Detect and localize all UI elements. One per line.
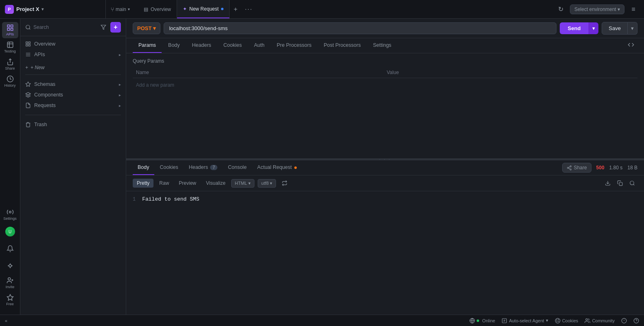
feedback-button[interactable] — [621, 318, 627, 324]
req-tab-settings[interactable]: Settings — [367, 38, 397, 53]
query-params-label: Query Params — [133, 58, 637, 64]
response-size: 18 B — [627, 165, 637, 171]
res-tab-console[interactable]: Console — [223, 160, 252, 175]
sidebar-apis[interactable]: APIs ▸ — [20, 49, 126, 60]
icon-bar-bottom: Settings U Invite Free — [2, 206, 18, 311]
req-tab-headers[interactable]: Headers — [186, 38, 217, 53]
svg-rect-16 — [28, 42, 30, 44]
status-code: 500 — [596, 165, 605, 171]
sidebar-item-gear[interactable] — [2, 258, 18, 274]
project-name-area[interactable]: P Project X ▾ — [0, 0, 106, 18]
sidebar-item-free[interactable]: Free — [2, 292, 18, 308]
sidebar-item-notifications[interactable] — [2, 241, 18, 257]
send-button[interactable]: Send — [560, 22, 589, 34]
help-button[interactable] — [633, 318, 639, 324]
requests-icon — [25, 103, 31, 108]
res-tab-headers[interactable]: Headers 7 — [184, 160, 222, 175]
save-button[interactable]: Save — [602, 22, 628, 35]
tab-overview-label: Overview — [151, 7, 171, 12]
req-tab-post-processors[interactable]: Post Processors — [318, 38, 366, 53]
add-param-row[interactable]: Add a new param — [133, 78, 637, 92]
req-tab-cookies[interactable]: Cookies — [218, 38, 248, 53]
online-status[interactable]: Online — [469, 318, 495, 324]
bell-icon — [7, 245, 14, 252]
url-bar: POST ▾ Send ▾ Save ▾ — [126, 19, 644, 38]
collapse-left-button[interactable]: « — [5, 318, 7, 323]
new-item-button[interactable]: + + New — [20, 62, 126, 73]
share-button[interactable]: Share — [562, 163, 591, 173]
tab-more-button[interactable]: ··· — [241, 6, 256, 13]
agent-selector[interactable]: Auto-select Agent ▾ — [502, 318, 548, 324]
sidebar-components[interactable]: Components ▸ — [20, 90, 126, 100]
tab-add-button[interactable]: + — [230, 6, 241, 13]
res-tab-body[interactable]: Body — [133, 160, 154, 175]
branch-selector[interactable]: ⑂ main ▾ — [106, 6, 135, 13]
sidebar-item-testing[interactable]: Testing — [2, 39, 18, 55]
svg-line-13 — [29, 28, 31, 30]
tab-overview[interactable]: ▤ Overview — [138, 0, 177, 18]
res-tab-actual-request[interactable]: Actual Request — [252, 160, 302, 175]
sidebar-item-invite[interactable]: Invite — [2, 275, 18, 291]
wrap-toggle[interactable] — [279, 178, 290, 188]
sidebar-item-settings[interactable]: Settings — [2, 206, 18, 223]
method-label: POST — [137, 25, 151, 31]
collapse-icon: « — [5, 318, 7, 323]
apis-arrow: ▸ — [119, 53, 121, 57]
params-table: Name Value Add a new param — [133, 67, 637, 92]
query-params-area: Query Params Name Value Add a new param — [126, 53, 644, 158]
svg-rect-2 — [7, 28, 9, 31]
svg-point-26 — [630, 181, 634, 185]
response-line-1: 1 Failed to send SMS — [133, 196, 637, 202]
req-tab-auth[interactable]: Auth — [248, 38, 270, 53]
tab-new-request[interactable]: ✦ New Request — [177, 0, 230, 18]
format-tab-pretty[interactable]: Pretty — [133, 179, 153, 188]
hamburger-button[interactable]: ≡ — [628, 4, 639, 15]
send-btn-group: Send ▾ — [560, 22, 599, 34]
download-button[interactable] — [602, 178, 613, 188]
method-arrow: ▾ — [153, 25, 156, 31]
req-tab-pre-processors[interactable]: Pre Processors — [271, 38, 317, 53]
svg-point-6 — [9, 211, 11, 213]
cookies-status[interactable]: Cookies — [555, 318, 578, 324]
send-dropdown-button[interactable]: ▾ — [589, 22, 598, 34]
svg-point-8 — [8, 278, 10, 280]
copy-button[interactable] — [615, 178, 625, 188]
filter-button[interactable] — [98, 22, 109, 33]
encoding-selector[interactable]: utf8 ▾ — [258, 179, 276, 188]
search-response-button[interactable] — [627, 178, 637, 188]
trash-icon — [25, 122, 31, 127]
sidebar-search[interactable]: Search — [25, 24, 49, 30]
svg-marker-11 — [7, 295, 13, 300]
sidebar-item-avatar[interactable]: U — [2, 223, 18, 240]
code-icon-button[interactable] — [624, 38, 637, 53]
sidebar-schemas[interactable]: Schemas ▸ — [20, 79, 126, 90]
res-tab-cookies[interactable]: Cookies — [155, 160, 183, 175]
url-input[interactable] — [164, 22, 556, 34]
format-tab-visualize[interactable]: Visualize — [202, 179, 230, 188]
save-dropdown-button[interactable]: ▾ — [628, 22, 637, 35]
req-tab-params[interactable]: Params — [133, 38, 162, 53]
sidebar-trash[interactable]: Trash — [20, 119, 126, 130]
sidebar-overview[interactable]: Overview — [20, 39, 126, 49]
format-tab-raw[interactable]: Raw — [155, 179, 173, 188]
components-arrow: ▸ — [119, 93, 121, 97]
svg-point-32 — [556, 319, 557, 320]
sidebar-requests[interactable]: Requests ▸ — [20, 100, 126, 111]
svg-rect-17 — [26, 44, 28, 46]
env-selector[interactable]: Select environment ▾ — [570, 4, 624, 14]
sidebar-item-history[interactable]: History — [2, 73, 18, 90]
format-tab-preview[interactable]: Preview — [175, 179, 200, 188]
req-tab-body[interactable]: Body — [162, 38, 186, 53]
refresh-button[interactable]: ↻ — [555, 4, 567, 15]
request-tabs: Params Body Headers Cookies Auth Pre Pro… — [126, 38, 644, 53]
sidebar-item-apis[interactable]: APIs — [2, 22, 18, 38]
response-tabs: Body Cookies Headers 7 Console Actual Re… — [126, 160, 644, 175]
community-status[interactable]: Community — [585, 318, 615, 324]
method-selector[interactable]: POST ▾ — [133, 22, 160, 34]
search-response-icon — [629, 180, 635, 186]
format-type-selector[interactable]: HTML ▾ — [231, 179, 254, 188]
icon-bar: APIs Testing Share History Settings U — [0, 19, 20, 315]
sidebar-item-sharedocs[interactable]: Share — [2, 56, 18, 72]
tab-new-request-label: New Request — [189, 6, 219, 12]
add-new-button[interactable]: + — [110, 22, 121, 33]
